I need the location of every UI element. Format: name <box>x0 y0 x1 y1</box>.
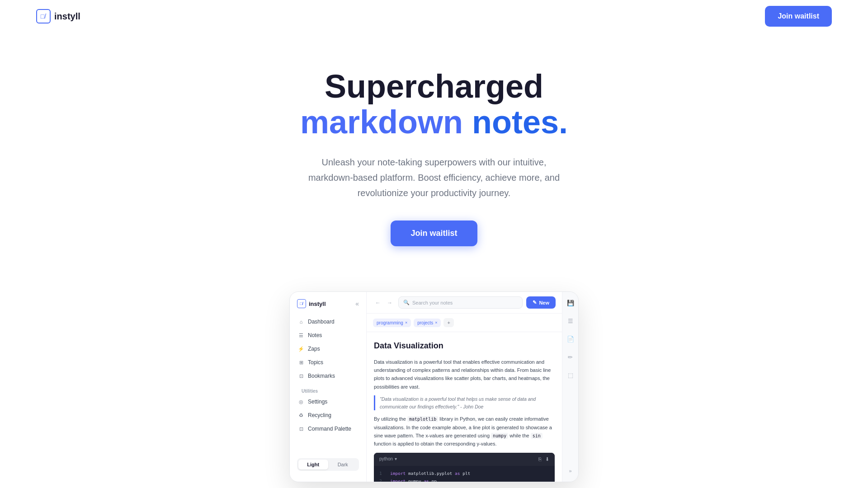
line-code: import matplotlib.pyplot as plt <box>390 469 470 477</box>
code-block: python ▾ ⎘ ⬇ 1 import matplotlib.pyplot … <box>374 453 555 482</box>
hero-title-line1: Supercharged <box>9 69 859 104</box>
sidebar-item-label: Command Palette <box>308 426 351 432</box>
sidebar-item-settings[interactable]: ◎ Settings <box>293 395 363 408</box>
tag-projects[interactable]: projects × <box>414 319 441 327</box>
sidebar-item-dashboard[interactable]: ⌂ Dashboard <box>293 315 363 328</box>
new-note-button[interactable]: ✎ New <box>526 296 556 309</box>
hero-word-notes: notes. <box>463 104 568 140</box>
expand-icon[interactable]: » <box>565 465 576 476</box>
sidebar-item-recycling[interactable]: ♻ Recycling <box>293 409 363 422</box>
mockup-inner: □/ instyll « ⌂ Dashboard ☰ Notes ⚡ Zaps <box>290 292 578 482</box>
zap-icon: ⚡ <box>298 346 304 352</box>
hero-title-line2: markdown notes. <box>9 104 859 140</box>
sidebar-item-label: Settings <box>308 399 327 405</box>
copy-icon[interactable]: ⎘ <box>538 455 542 464</box>
right-sidebar: 💾 ☰ 📄 ✏ ⬚ » <box>562 292 578 482</box>
line-number: 2 <box>379 477 385 482</box>
document-icon[interactable]: 📄 <box>565 333 576 344</box>
save-icon[interactable]: 💾 <box>565 297 576 308</box>
theme-light-button[interactable]: Light <box>298 460 328 469</box>
inline-code-matplotlib: matplotlib <box>407 416 438 422</box>
hero-section: Supercharged markdown notes. Unleash you… <box>0 33 868 273</box>
topics-icon: ⊞ <box>298 359 304 366</box>
sidebar-header: □/ instyll « <box>290 299 366 315</box>
logo-icon: □/ <box>36 9 51 23</box>
back-button[interactable]: ← <box>373 298 383 308</box>
recycle-icon: ♻ <box>298 412 304 418</box>
sidebar: □/ instyll « ⌂ Dashboard ☰ Notes ⚡ Zaps <box>290 292 367 482</box>
sidebar-brand-name: instyll <box>309 300 326 307</box>
navbar: □/ instyll Join waitlist <box>0 0 868 33</box>
add-tag-button[interactable]: + <box>443 318 453 327</box>
sidebar-item-label: Notes <box>308 332 322 338</box>
theme-toggle: Light Dark <box>297 458 359 471</box>
code-line: 1 import matplotlib.pyplot as plt <box>379 469 549 477</box>
logo: □/ instyll <box>36 9 80 23</box>
inline-code-sin: sin <box>531 433 542 439</box>
hero-subtitle: Unleash your note-taking superpowers wit… <box>298 155 570 201</box>
search-bar[interactable]: 🔍 Search your notes <box>398 296 523 309</box>
tag-programming[interactable]: programming × <box>373 319 411 327</box>
code-block-header: python ▾ ⎘ ⬇ <box>374 453 555 466</box>
note-paragraph-1: Data visualization is a powerful tool th… <box>374 358 555 391</box>
sidebar-item-bookmarks[interactable]: ⊡ Bookmarks <box>293 370 363 382</box>
theme-dark-button[interactable]: Dark <box>328 460 358 469</box>
topbar: ← → 🔍 Search your notes ✎ New <box>367 292 562 314</box>
sidebar-item-label: Bookmarks <box>308 373 335 379</box>
search-icon: 🔍 <box>403 300 410 305</box>
nav-arrows: ← → <box>373 298 395 308</box>
sidebar-item-zaps[interactable]: ⚡ Zaps <box>293 343 363 355</box>
line-number: 1 <box>379 469 385 477</box>
code-actions: ⎘ ⬇ <box>538 455 549 464</box>
hero-cta: Join waitlist <box>9 221 859 246</box>
nav-join-waitlist-button[interactable]: Join waitlist <box>765 6 832 27</box>
note-content: Data Visualization Data visualization is… <box>367 332 562 482</box>
sidebar-item-label: Topics <box>308 359 323 366</box>
code-icon[interactable]: ⬚ <box>565 370 576 380</box>
search-placeholder: Search your notes <box>412 300 453 305</box>
main-area: ← → 🔍 Search your notes ✎ New programmin… <box>367 292 562 482</box>
hero-join-waitlist-button[interactable]: Join waitlist <box>391 221 477 246</box>
settings-icon: ◎ <box>298 399 304 405</box>
sidebar-item-command-palette[interactable]: ⊡ Command Palette <box>293 422 363 435</box>
hero-word-kdown: kdown <box>360 104 463 140</box>
brand-name: instyll <box>54 11 80 22</box>
download-icon[interactable]: ⬇ <box>545 455 549 464</box>
notes-icon: ☰ <box>298 332 304 338</box>
note-paragraph-2: By utilizing the matplotlib library in P… <box>374 415 555 448</box>
forward-button[interactable]: → <box>385 298 395 308</box>
note-blockquote: "Data visualization is a powerful tool t… <box>374 395 555 411</box>
new-note-icon: ✎ <box>533 300 537 305</box>
new-note-label: New <box>539 300 549 305</box>
sidebar-footer: Light Dark <box>290 453 366 474</box>
code-line: 2 import numpy as np <box>379 477 549 482</box>
tag-label: projects <box>417 320 433 325</box>
sidebar-item-label: Recycling <box>308 412 331 418</box>
tag-label: programming <box>377 320 403 325</box>
sidebar-item-topics[interactable]: ⊞ Topics <box>293 356 363 369</box>
sidebar-nav: ⌂ Dashboard ☰ Notes ⚡ Zaps ⊞ Topics ⊡ <box>290 315 366 453</box>
app-mockup: □/ instyll « ⌂ Dashboard ☰ Notes ⚡ Zaps <box>289 291 579 482</box>
sidebar-item-label: Zaps <box>308 346 320 352</box>
command-icon: ⊡ <box>298 426 304 432</box>
right-sidebar-bottom: » <box>565 465 576 476</box>
list-icon[interactable]: ☰ <box>565 315 576 326</box>
home-icon: ⌂ <box>298 319 304 325</box>
edit-icon[interactable]: ✏ <box>565 352 576 362</box>
sidebar-item-notes[interactable]: ☰ Notes <box>293 329 363 342</box>
code-language-label: python ▾ <box>379 455 397 463</box>
code-lines: 1 import matplotlib.pyplot as plt 2 impo… <box>374 466 555 482</box>
tag-close-icon[interactable]: × <box>435 320 437 325</box>
sidebar-logo-icon: □/ <box>297 299 306 308</box>
sidebar-logo: □/ instyll <box>297 299 326 308</box>
chevron-down-icon: ▾ <box>395 455 397 463</box>
bookmark-icon: ⊡ <box>298 373 304 379</box>
hero-title: Supercharged markdown notes. <box>9 69 859 140</box>
line-code: import numpy as np <box>390 477 437 482</box>
utilities-section-label: Utilities <box>293 383 363 395</box>
tag-close-icon[interactable]: × <box>405 320 407 325</box>
inline-code-numpy: numpy <box>491 433 508 439</box>
sidebar-collapse-button[interactable]: « <box>355 300 359 307</box>
sidebar-item-label: Dashboard <box>308 319 335 325</box>
note-tags: programming × projects × + <box>367 314 562 332</box>
